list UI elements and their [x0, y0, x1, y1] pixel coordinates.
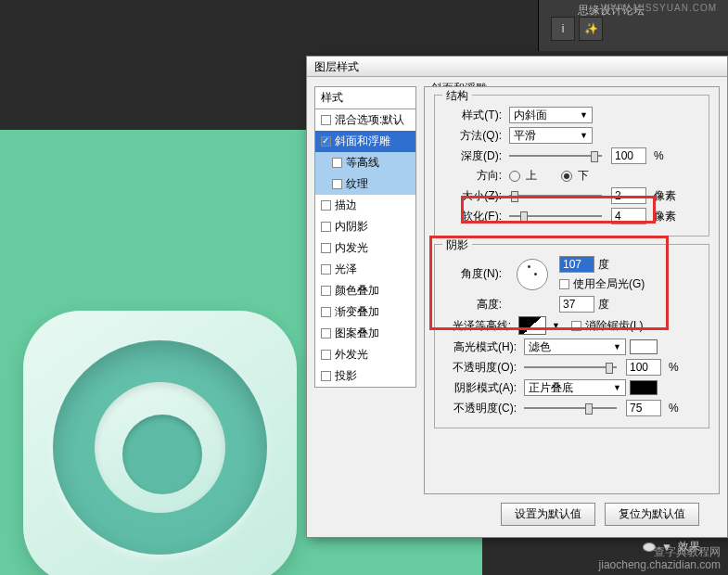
sidebar-item-label: 光泽: [335, 262, 357, 277]
artwork-ring: [53, 340, 267, 555]
highlight-mode-select[interactable]: 滤色▼: [524, 339, 626, 355]
sidebar-item-label: 投影: [335, 368, 357, 384]
shadow-opacity-label: 不透明度(C):: [444, 401, 517, 416]
sidebar-item-label: 内发光: [335, 240, 368, 256]
checkbox-icon[interactable]: [321, 286, 331, 296]
chevron-down-icon: ▼: [613, 342, 621, 351]
checkbox-icon[interactable]: [332, 158, 342, 168]
watermark-top: WWW.MISSYUAN.COM: [601, 3, 717, 13]
depth-unit: %: [654, 149, 664, 162]
direction-down-radio[interactable]: [561, 171, 572, 182]
app-toolbar: 思缘设计论坛 WWW.MISSYUAN.COM i ✨: [538, 0, 728, 51]
sidebar-item-label: 混合选项:默认: [335, 112, 404, 128]
soften-unit: 像素: [654, 209, 676, 224]
sidebar-item[interactable]: 渐变叠加: [315, 301, 415, 323]
sidebar-item[interactable]: 颜色叠加: [315, 280, 415, 301]
style-sidebar: 样式 混合选项:默认斜面和浮雕等高线纹理描边内阴影内发光光泽颜色叠加渐变叠加图案…: [314, 86, 416, 388]
method-label: 方法(Q):: [444, 128, 502, 144]
sidebar-item-label: 渐变叠加: [335, 304, 379, 320]
direction-down-label: 下: [578, 168, 589, 184]
highlight-opacity-label: 不透明度(O):: [444, 360, 517, 376]
sidebar-item-label: 外发光: [335, 347, 368, 363]
checkbox-icon[interactable]: [321, 371, 331, 381]
sidebar-item-label: 颜色叠加: [335, 283, 379, 299]
shadow-opacity-unit: %: [669, 402, 679, 415]
sidebar-item[interactable]: 图案叠加: [315, 323, 415, 344]
sidebar-item-label: 纹理: [346, 176, 368, 192]
artwork-inner: [95, 382, 225, 513]
highlight-direction: [461, 196, 656, 224]
direction-up-radio[interactable]: [509, 171, 520, 182]
highlight-opacity-input[interactable]: 100: [626, 359, 661, 376]
checkbox-icon[interactable]: [321, 115, 331, 125]
sidebar-item-label: 描边: [335, 198, 357, 213]
structure-legend: 结构: [442, 88, 472, 104]
highlight-opacity-unit: %: [669, 361, 679, 374]
sidebar-list: 混合选项:默认斜面和浮雕等高线纹理描边内阴影内发光光泽颜色叠加渐变叠加图案叠加外…: [314, 109, 416, 388]
method-select[interactable]: 平滑▼: [509, 127, 593, 144]
depth-label: 深度(D):: [444, 148, 502, 164]
shadow-fieldset: 阴影 角度(N): 107 度 使用全局光(G) 高度:: [434, 244, 709, 428]
style-label: 样式(T):: [444, 108, 502, 123]
highlight-shadow: [429, 236, 669, 330]
dialog-buttons: 设置为默认值 复位为默认值: [501, 503, 699, 526]
shadow-mode-label: 阴影模式(A):: [444, 380, 517, 396]
sidebar-item[interactable]: 描边: [315, 195, 415, 216]
dialog-title: 图层样式: [307, 57, 727, 77]
shadow-opacity-input[interactable]: 75: [626, 400, 661, 416]
artwork-icon: [23, 311, 297, 575]
reset-default-button[interactable]: 复位为默认值: [605, 503, 699, 526]
options-panel: 结构 样式(T): 内斜面▼ 方法(Q): 平滑▼ 深度(D): 100 % 方…: [424, 86, 720, 494]
chevron-down-icon: ▼: [580, 110, 588, 120]
size-unit: 像素: [654, 188, 676, 204]
set-default-button[interactable]: 设置为默认值: [501, 503, 595, 526]
sidebar-item[interactable]: 内阴影: [315, 216, 415, 237]
chevron-down-icon: ▼: [613, 383, 621, 392]
sidebar-item[interactable]: 内发光: [315, 237, 415, 259]
checkbox-icon[interactable]: [321, 200, 331, 211]
sidebar-item-label: 等高线: [346, 155, 379, 171]
layer-style-dialog: 图层样式 样式 混合选项:默认斜面和浮雕等高线纹理描边内阴影内发光光泽颜色叠加渐…: [306, 56, 728, 538]
checkbox-icon[interactable]: [321, 328, 331, 339]
sidebar-item[interactable]: 纹理: [315, 173, 415, 195]
checkbox-icon[interactable]: [321, 350, 331, 360]
highlight-mode-label: 高光模式(H):: [444, 339, 517, 355]
chevron-down-icon: ▼: [580, 131, 588, 140]
highlight-color-swatch[interactable]: [630, 339, 658, 354]
sidebar-item[interactable]: 投影: [315, 365, 415, 387]
depth-slider[interactable]: [509, 149, 602, 162]
checkbox-icon[interactable]: [321, 264, 331, 275]
highlight-opacity-slider[interactable]: [524, 361, 617, 374]
wand-icon[interactable]: ✨: [579, 17, 603, 41]
sidebar-item-label: 内阴影: [335, 219, 368, 235]
info-icon[interactable]: i: [551, 17, 575, 41]
artwork-core: [122, 415, 202, 494]
shadow-color-swatch[interactable]: [630, 380, 658, 395]
shadow-opacity-slider[interactable]: [524, 402, 617, 415]
sidebar-item[interactable]: 斜面和浮雕: [315, 131, 415, 152]
sidebar-header: 样式: [314, 86, 416, 109]
sidebar-item-label: 图案叠加: [335, 326, 379, 341]
checkbox-icon[interactable]: [321, 243, 331, 253]
sidebar-item[interactable]: 混合选项:默认: [315, 109, 415, 131]
shadow-mode-select[interactable]: 正片叠底▼: [524, 379, 626, 396]
checkbox-icon[interactable]: [321, 222, 331, 232]
sidebar-item[interactable]: 光泽: [315, 259, 415, 280]
sidebar-item[interactable]: 外发光: [315, 344, 415, 365]
checkbox-icon[interactable]: [321, 136, 331, 147]
depth-input[interactable]: 100: [611, 147, 646, 164]
checkbox-icon[interactable]: [321, 307, 331, 317]
structure-fieldset: 结构 样式(T): 内斜面▼ 方法(Q): 平滑▼ 深度(D): 100 % 方…: [434, 95, 709, 236]
checkbox-icon[interactable]: [332, 179, 342, 189]
sidebar-item-label: 斜面和浮雕: [335, 134, 390, 149]
watermark-bottom: 查字典教程网 jiaocheng.chazidian.com: [599, 545, 721, 571]
style-select[interactable]: 内斜面▼: [509, 107, 593, 123]
direction-label: 方向:: [444, 168, 502, 184]
sidebar-item[interactable]: 等高线: [315, 152, 415, 173]
direction-up-label: 上: [526, 168, 537, 184]
